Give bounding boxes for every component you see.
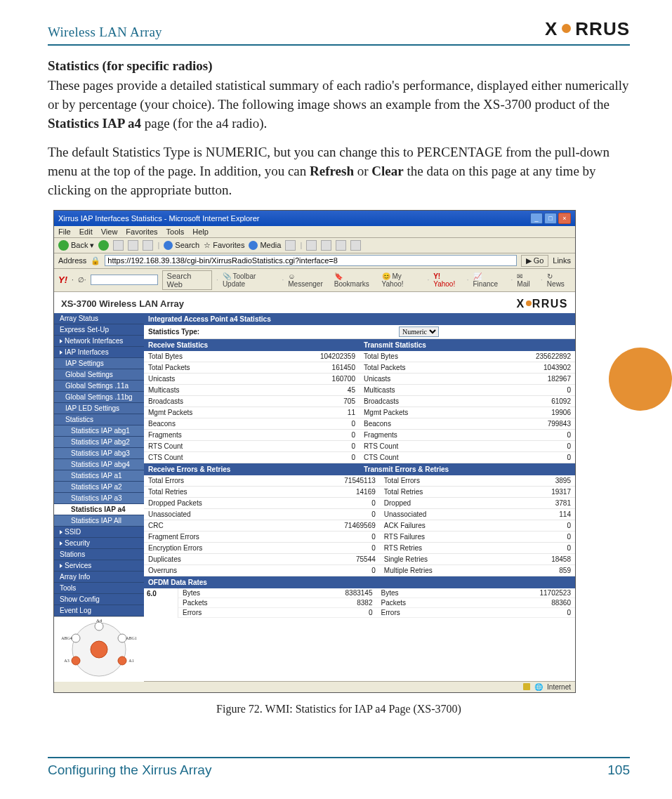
address-bar: Address 🔒 ▶ Go Links	[54, 253, 575, 269]
section-heading: Statistics (for specific radios)	[48, 58, 630, 74]
statistics-type-select[interactable]: Numeric	[399, 326, 439, 337]
lock-icon	[523, 683, 530, 690]
ie-menubar: File Edit View Favorites Tools Help	[54, 226, 575, 238]
search-button[interactable]: Search	[164, 241, 199, 250]
svg-point-4	[118, 656, 126, 665]
table-row: Broadcasts705Broadcasts61092	[144, 395, 575, 407]
sidebar-item[interactable]: Event Log	[54, 605, 144, 616]
go-button[interactable]: ▶ Go	[521, 255, 549, 267]
address-input[interactable]	[105, 255, 516, 266]
stop-button[interactable]	[113, 240, 124, 251]
table-row: Total Errors71545113Total Errors3895	[144, 475, 575, 487]
ie-toolbar: Back ▾ | Search ☆ Favorites Media |	[54, 238, 575, 253]
panel-title: Integrated Access Point a4 Statistics	[144, 313, 575, 325]
print-button[interactable]	[321, 240, 331, 251]
table-row: Bytes8383145Bytes11702523	[178, 588, 575, 598]
mail-button[interactable]	[306, 240, 317, 251]
table-row: Fragment Errors0RTS Failures0	[144, 531, 575, 542]
table-row: Overruns0Multiple Retries859	[144, 564, 575, 576]
menu-tools[interactable]: Tools	[166, 227, 185, 236]
window-titlebar: Xirrus IAP Interfaces Statistics - Micro…	[54, 211, 575, 226]
ybar-bookmarks[interactable]: 🔖 Bookmarks	[334, 272, 378, 288]
transmit-errors-header: Transmit Errors & Retries	[360, 463, 575, 475]
menu-favorites[interactable]: Favorites	[126, 227, 157, 236]
ybar-news[interactable]: ↻ News	[547, 272, 571, 288]
errors-table: Total Errors71545113Total Errors3895Tota…	[144, 475, 575, 576]
svg-text:ABG4: ABG4	[61, 636, 72, 640]
table-row: Mgmt Packets11Mgmt Packets19906	[144, 407, 575, 418]
zone-label: Internet	[547, 683, 571, 691]
sidebar-item[interactable]: Global Settings	[54, 369, 144, 381]
sidebar-item[interactable]: Statistics IAP abg3	[54, 448, 144, 459]
sidebar-item[interactable]: Statistics	[54, 414, 144, 425]
sidebar-item[interactable]: Tools	[54, 583, 144, 594]
ybar-yahoo[interactable]: Y! Yahoo!	[433, 272, 463, 288]
sidebar-item[interactable]: Security	[54, 538, 144, 549]
ofdm-row: 6.0 Bytes8383145Bytes11702523Packets8382…	[144, 588, 575, 618]
menu-help[interactable]: Help	[192, 227, 209, 236]
sidebar-item[interactable]: Statistics IAP All	[54, 515, 144, 527]
logo-dot-icon	[562, 24, 571, 33]
statistics-table: Total Bytes104202359Total Bytes235622892…	[144, 351, 575, 463]
table-row: Beacons0Beacons799843	[144, 418, 575, 429]
forward-button[interactable]	[98, 240, 109, 251]
back-button[interactable]: Back ▾	[58, 240, 94, 251]
sidebar-item[interactable]: Show Config	[54, 594, 144, 605]
footer-rule	[48, 757, 630, 758]
sidebar-item[interactable]: Statistics IAP a3	[54, 493, 144, 504]
ybar-toolbar-update[interactable]: 📎 Toolbar Update	[223, 272, 278, 288]
sidebar-item[interactable]: Network Interfaces	[54, 336, 144, 347]
receive-stats-header: Receive Statistics	[144, 339, 360, 351]
sidebar-item[interactable]: Array Status	[54, 313, 144, 324]
svg-point-1	[91, 641, 107, 658]
sidebar-item[interactable]: Statistics IAP a1	[54, 470, 144, 482]
ofdm-header: OFDM Data Rates	[144, 576, 575, 588]
ybar-mail[interactable]: ✉ Mail	[517, 272, 536, 288]
ybar-my-yahoo[interactable]: 😊 My Yahoo!	[382, 272, 423, 288]
svg-text:A1: A1	[129, 659, 133, 663]
sidebar-item[interactable]: Services	[54, 560, 144, 572]
home-button[interactable]	[143, 240, 153, 251]
media-button[interactable]: Media	[249, 241, 281, 250]
sidebar-item[interactable]: Statistics IAP abg4	[54, 459, 144, 470]
table-row: Dropped Packets0Dropped3781	[144, 497, 575, 508]
sidebar-item[interactable]: Global Settings .11a	[54, 381, 144, 392]
sidebar-item[interactable]: SSID	[54, 527, 144, 538]
yahoo-search-input[interactable]	[91, 275, 158, 285]
address-label: Address	[58, 256, 86, 265]
svg-point-6	[72, 656, 80, 665]
maximize-button[interactable]: □	[544, 213, 557, 224]
history-button[interactable]	[285, 240, 296, 251]
close-button[interactable]: ×	[558, 213, 571, 224]
sidebar-item[interactable]: Array Info	[54, 572, 144, 583]
sidebar-item[interactable]: IAP Interfaces	[54, 347, 144, 358]
menu-file[interactable]: File	[58, 227, 71, 236]
sidebar-item[interactable]: Statistics IAP a4	[54, 504, 144, 515]
sidebar-item[interactable]: Express Set-Up	[54, 324, 144, 336]
discuss-button[interactable]	[350, 240, 361, 251]
yahoo-search-button[interactable]: Search Web	[162, 270, 213, 290]
window-buttons: _ □ ×	[530, 213, 571, 224]
sidebar-item[interactable]: Statistics IAP abg1	[54, 425, 144, 437]
edit-button[interactable]	[336, 240, 346, 251]
sidebar-item[interactable]: IAP LED Settings	[54, 403, 144, 414]
refresh-button[interactable]	[128, 240, 138, 251]
header-rule	[48, 44, 630, 46]
array-name: XS-3700 Wireless LAN Array	[61, 298, 184, 309]
sidebar-item[interactable]: Statistics IAP abg2	[54, 437, 144, 448]
sidebar-item[interactable]: Global Settings .11bg	[54, 392, 144, 403]
minimize-button[interactable]: _	[530, 213, 543, 224]
menu-edit[interactable]: Edit	[79, 227, 93, 236]
ybar-finance[interactable]: 📈 Finance	[473, 272, 507, 288]
favorites-button[interactable]: ☆ Favorites	[204, 241, 244, 250]
media-icon	[249, 241, 258, 250]
ofdm-rate: 6.0	[144, 588, 178, 618]
sidebar-item[interactable]: Statistics IAP a2	[54, 482, 144, 493]
sidebar-item[interactable]: IAP Settings	[54, 358, 144, 369]
table-row: Encryption Errors0RTS Retries0	[144, 542, 575, 553]
footer-section: Configuring the Xirrus Array	[48, 762, 211, 778]
sidebar-item[interactable]: Stations	[54, 549, 144, 560]
links-label[interactable]: Links	[553, 256, 571, 265]
menu-view[interactable]: View	[101, 227, 118, 236]
ybar-messenger[interactable]: ☺ Messenger	[288, 272, 330, 288]
